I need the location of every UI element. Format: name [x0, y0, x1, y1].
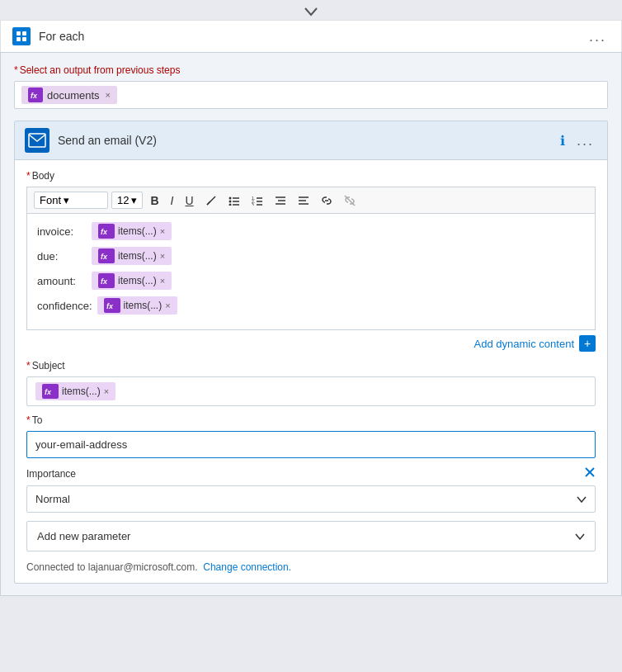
- insert-link-button[interactable]: [317, 193, 337, 208]
- confidence-items-tag[interactable]: fx items(...) ×: [97, 296, 177, 315]
- bold-button[interactable]: B: [146, 192, 163, 209]
- body-line-confidence: confidence: fx items(...) ×: [37, 296, 585, 315]
- outlook-icon: [25, 128, 49, 153]
- confidence-tag-text: items(...): [124, 300, 163, 311]
- importance-chevron-icon: [577, 496, 587, 503]
- svg-text:fx: fx: [101, 253, 108, 261]
- subject-fx-tag[interactable]: fx items(...) ×: [35, 382, 115, 400]
- editor-toolbar: Font ▾ 12 ▾ B I U: [26, 187, 596, 213]
- due-label: due:: [37, 250, 87, 263]
- documents-fx-icon: fx: [28, 88, 43, 102]
- svg-rect-1: [22, 31, 26, 35]
- to-label: *To: [26, 414, 596, 426]
- svg-text:fx: fx: [101, 228, 108, 236]
- email-card: Send an email (V2) ℹ ... *Body Font: [14, 121, 608, 584]
- importance-value: Normal: [35, 493, 70, 505]
- svg-rect-2: [16, 37, 21, 41]
- body-editor[interactable]: invoice: fx items(...) × due:: [26, 213, 596, 330]
- email-card-title: Send an email (V2): [58, 134, 157, 147]
- svg-rect-3: [22, 37, 26, 41]
- svg-text:fx: fx: [31, 92, 38, 100]
- svg-text:fx: fx: [45, 388, 52, 396]
- add-dynamic-row: Add dynamic content +: [26, 330, 596, 352]
- body-line-invoice: invoice: fx items(...) ×: [37, 222, 585, 240]
- foreach-ellipsis-button[interactable]: ...: [586, 28, 610, 45]
- due-tag-text: items(...): [118, 250, 157, 262]
- to-input[interactable]: [26, 431, 596, 458]
- svg-point-8: [229, 196, 231, 199]
- unordered-list-button[interactable]: [224, 194, 244, 207]
- email-card-header: Send an email (V2) ℹ ...: [15, 121, 607, 160]
- invoice-label: invoice:: [37, 225, 87, 238]
- ordered-list-button[interactable]: 1.2.3.: [247, 194, 267, 207]
- highlight-button[interactable]: [201, 193, 221, 208]
- documents-tag-close[interactable]: ×: [106, 90, 111, 100]
- subject-fx-icon: fx: [42, 384, 59, 399]
- amount-label: amount:: [37, 275, 87, 287]
- italic-button[interactable]: I: [167, 192, 178, 209]
- due-items-tag[interactable]: fx items(...) ×: [92, 247, 172, 265]
- invoice-tag-text: items(...): [118, 225, 157, 237]
- size-chevron-icon: ▾: [131, 194, 137, 206]
- subject-field[interactable]: fx items(...) ×: [26, 376, 596, 406]
- invoice-fx-icon: fx: [98, 224, 115, 239]
- font-select[interactable]: Font ▾: [34, 192, 108, 209]
- indent-more-button[interactable]: [271, 194, 290, 207]
- font-size-select[interactable]: 12 ▾: [111, 192, 143, 209]
- svg-rect-5: [29, 134, 45, 147]
- email-ellipsis-button[interactable]: ...: [573, 132, 597, 149]
- svg-point-12: [229, 203, 231, 206]
- info-button[interactable]: ℹ: [560, 133, 565, 149]
- email-body-section: *Body Font ▾ 12 ▾ B I U: [15, 160, 607, 583]
- body-line-amount: amount: fx items(...) ×: [37, 272, 585, 290]
- svg-rect-0: [16, 31, 21, 35]
- add-param-label: Add new parameter: [37, 530, 130, 542]
- font-label: Font: [40, 194, 61, 206]
- subject-tag-close[interactable]: ×: [104, 386, 109, 396]
- invoice-items-tag[interactable]: fx items(...) ×: [92, 222, 172, 240]
- font-chevron-icon: ▾: [64, 194, 69, 206]
- add-parameter-dropdown[interactable]: Add new parameter: [26, 521, 596, 551]
- add-dynamic-button[interactable]: Add dynamic content: [474, 338, 574, 350]
- documents-tag-text: documents: [47, 89, 100, 102]
- body-label: *Body: [26, 170, 596, 182]
- select-output-label: *Select an output from previous steps: [14, 64, 608, 76]
- body-line-due: due: fx items(...) ×: [37, 247, 585, 265]
- due-tag-close[interactable]: ×: [160, 251, 165, 261]
- confidence-label: confidence:: [37, 300, 92, 312]
- foreach-icon: [12, 27, 31, 45]
- foreach-header: For each ...: [0, 20, 622, 52]
- remove-link-button[interactable]: [340, 193, 360, 208]
- due-fx-icon: fx: [98, 248, 115, 263]
- amount-fx-icon: fx: [98, 273, 115, 288]
- font-size-value: 12: [117, 194, 129, 206]
- foreach-title: For each: [39, 30, 84, 43]
- output-input-row: fx documents ×: [14, 81, 608, 109]
- confidence-fx-icon: fx: [104, 298, 120, 313]
- importance-label: Importance: [26, 468, 76, 480]
- main-card: *Select an output from previous steps fx…: [0, 52, 622, 596]
- top-chevron-arrow: [0, 0, 622, 20]
- subject-tag-text: items(...): [62, 386, 101, 397]
- subject-label: *Subject: [26, 360, 596, 371]
- indent-less-button[interactable]: [294, 194, 313, 207]
- importance-row: Importance: [26, 466, 596, 480]
- add-param-chevron-icon: [575, 533, 585, 540]
- confidence-tag-close[interactable]: ×: [165, 301, 170, 310]
- underline-button[interactable]: U: [181, 192, 197, 209]
- importance-clear-button[interactable]: [584, 466, 596, 480]
- amount-tag-text: items(...): [118, 275, 157, 286]
- invoice-tag-close[interactable]: ×: [160, 226, 165, 236]
- connection-text: Connected to lajanuar@microsoft.com. Cha…: [26, 561, 596, 573]
- documents-tag[interactable]: fx documents ×: [21, 86, 117, 104]
- change-connection-link[interactable]: Change connection.: [203, 561, 291, 573]
- svg-text:fx: fx: [106, 302, 114, 310]
- svg-text:3.: 3.: [252, 202, 255, 206]
- add-dynamic-plus-button[interactable]: +: [579, 335, 596, 352]
- svg-point-10: [229, 200, 231, 202]
- svg-text:fx: fx: [101, 277, 108, 286]
- amount-items-tag[interactable]: fx items(...) ×: [92, 272, 172, 290]
- amount-tag-close[interactable]: ×: [160, 276, 165, 286]
- importance-dropdown[interactable]: Normal: [26, 485, 596, 513]
- svg-line-7: [207, 201, 210, 205]
